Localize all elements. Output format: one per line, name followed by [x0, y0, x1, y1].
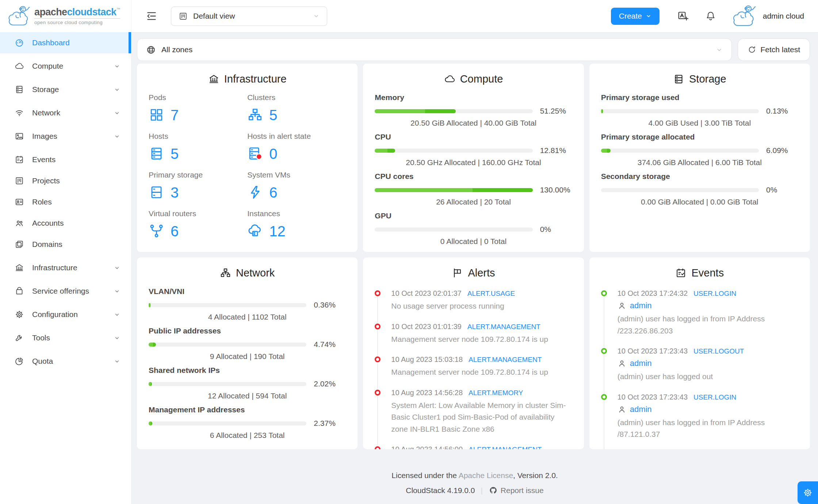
infrastructure-card: Infrastructure Pods7Clusters5Hosts5Hosts… [137, 64, 358, 252]
app-logo[interactable]: apachecloudstack™ open source cloud comp… [0, 0, 131, 32]
stat-label: Primary storage [149, 171, 247, 179]
network-metrics: VLAN/VNI0.36%4 Allocated | 1102 TotalPub… [149, 287, 346, 440]
sidebar-item-dashboard[interactable]: Dashboard [0, 32, 131, 53]
sidebar-item-events[interactable]: Events [0, 149, 131, 170]
sidebar-item-label: Domains [32, 240, 62, 249]
avatar[interactable] [730, 3, 758, 29]
timeline-message: (admin) user has logged in from IP Addre… [618, 417, 798, 440]
version-label: CloudStack 4.19.0.0 [406, 486, 475, 495]
zone-bar: All zones Fetch latest [137, 38, 810, 61]
timeline-message: No usage server process running [391, 300, 572, 312]
event-type-link[interactable]: USER.LOGIN [693, 393, 736, 401]
sidebar-item-images[interactable]: Images [0, 126, 131, 147]
stat-value[interactable]: 5 [269, 108, 277, 122]
metric-caption: 12 Allocated | 594 Total [149, 392, 346, 400]
metric-bar-row: 2.02% [149, 379, 346, 388]
alert-item: 10 Aug 2023 14:56:28ALERT.MEMORYSystem A… [375, 389, 572, 435]
metric-public-ip-addresses: Public IP addresses4.74%9 Allocated | 19… [149, 327, 346, 361]
fetch-latest-button[interactable]: Fetch latest [738, 38, 810, 61]
project-settings-button[interactable] [798, 481, 818, 504]
alert-type-link[interactable]: ALERT.USAGE [467, 290, 515, 297]
event-type-link[interactable]: USER.LOGOUT [693, 347, 744, 355]
bell-icon[interactable] [705, 11, 716, 22]
stat-value[interactable]: 5 [171, 146, 179, 161]
timeline-message: (admin) user has logged in from IP Addre… [618, 313, 798, 337]
metric-cpu-cores: CPU cores130.00%26 Allocated | 20 Total [375, 172, 572, 206]
chevron-down-icon [114, 288, 120, 294]
user-link[interactable]: admin [630, 405, 652, 414]
event-type-link[interactable]: USER.LOGIN [693, 290, 736, 297]
license-line: Licensed under the Apache License, Versi… [131, 471, 818, 480]
compute-card: Compute Memory51.25%20.50 GiB Allocated … [363, 64, 584, 252]
alert-type-link[interactable]: ALERT.MANAGEMENT [469, 446, 542, 449]
cloud-icon [444, 73, 455, 85]
tool-icon [15, 333, 24, 343]
stat-value[interactable]: 7 [171, 108, 179, 122]
metric-label: GPU [375, 211, 572, 220]
report-issue-link[interactable]: Report issue [489, 486, 544, 495]
card-title-infrastructure: Infrastructure [224, 73, 287, 85]
sidebar-item-projects[interactable]: Projects [0, 170, 131, 191]
create-button[interactable]: Create [611, 8, 660, 25]
card-title-events: Events [691, 267, 724, 279]
timeline-dot [375, 390, 381, 396]
sidebar-item-domains[interactable]: Domains [0, 234, 131, 255]
sidebar-item-service-offerings[interactable]: Service offerings [0, 280, 131, 302]
chevron-down-icon [114, 63, 120, 69]
stat-label: Pods [149, 93, 247, 102]
sidebar-item-network[interactable]: Network [0, 102, 131, 123]
translate-icon[interactable] [677, 10, 689, 22]
sidebar-item-storage[interactable]: Storage [0, 79, 131, 100]
progress-percent: 0.36% [306, 301, 346, 309]
metric-caption: 4.00 GiB Used | 3.00 TiB Total [601, 119, 798, 127]
progress-fill [375, 149, 395, 153]
topbar-actions: Create admin cloud [611, 3, 804, 29]
zone-select[interactable]: All zones [137, 38, 732, 61]
user-link[interactable]: admin [630, 359, 652, 368]
sidebar-item-label: Images [32, 132, 57, 141]
timeline-dot [375, 356, 381, 362]
alert-type-link[interactable]: ALERT.MEMORY [469, 389, 523, 397]
view-select-value: Default view [193, 12, 235, 20]
sidebar-item-configuration[interactable]: Configuration [0, 304, 131, 325]
sidebar-item-tools[interactable]: Tools [0, 327, 131, 348]
alert-type-link[interactable]: ALERT.MANAGEMENT [467, 323, 540, 331]
sidebar-item-roles[interactable]: Roles [0, 191, 131, 213]
view-select[interactable]: Default view [171, 7, 327, 26]
chevron-down-icon [114, 265, 120, 271]
license-prefix: Licensed under the [391, 471, 458, 480]
stat-value[interactable]: 12 [269, 224, 286, 238]
apache-license-link[interactable]: Apache License [459, 471, 513, 480]
menu-fold-icon[interactable] [145, 10, 158, 22]
sidebar-item-quota[interactable]: Quota [0, 351, 131, 372]
progress-percent: 12.81% [533, 146, 572, 155]
brand-cloudstack: cloudstack [67, 7, 116, 18]
alerts-timeline: 10 Oct 2023 02:01:37ALERT.USAGENo usage … [375, 287, 572, 449]
sidebar-item-infrastructure[interactable]: Infrastructure [0, 257, 131, 278]
pie-icon [15, 356, 24, 366]
events-timeline: 10 Oct 2023 17:24:32USER.LOGINadmin(admi… [601, 287, 798, 449]
stat-value[interactable]: 0 [269, 146, 277, 161]
wifi-icon [15, 108, 24, 118]
stat-value[interactable]: 6 [269, 185, 277, 200]
database-icon [673, 73, 684, 85]
reload-icon [748, 45, 756, 54]
license-suffix: , Version 2.0. [513, 471, 558, 480]
stat-value[interactable]: 3 [171, 185, 179, 200]
database-alert-icon [247, 146, 263, 161]
sidebar-item-compute[interactable]: Compute [0, 56, 131, 77]
metric-gpu: GPU0%0 Allocated | 0 Total [375, 211, 572, 246]
sidebar-item-accounts[interactable]: Accounts [0, 213, 131, 234]
metric-caption: 374.06 GiB Allocated | 6.00 TiB Total [601, 158, 798, 167]
alert-type-link[interactable]: ALERT.MANAGEMENT [469, 356, 542, 363]
create-button-label: Create [619, 12, 642, 20]
dashboard-icon [15, 38, 24, 47]
user-name[interactable]: admin cloud [763, 12, 804, 20]
sidebar-item-label: Dashboard [32, 38, 70, 47]
user-link[interactable]: admin [630, 301, 652, 310]
brand-apache: apache [34, 7, 67, 18]
stat-value[interactable]: 6 [171, 224, 179, 238]
metric-memory: Memory51.25%20.50 GiB Allocated | 40.00 … [375, 93, 572, 127]
report-issue-label: Report issue [501, 486, 544, 495]
metric-label: CPU [375, 133, 572, 141]
